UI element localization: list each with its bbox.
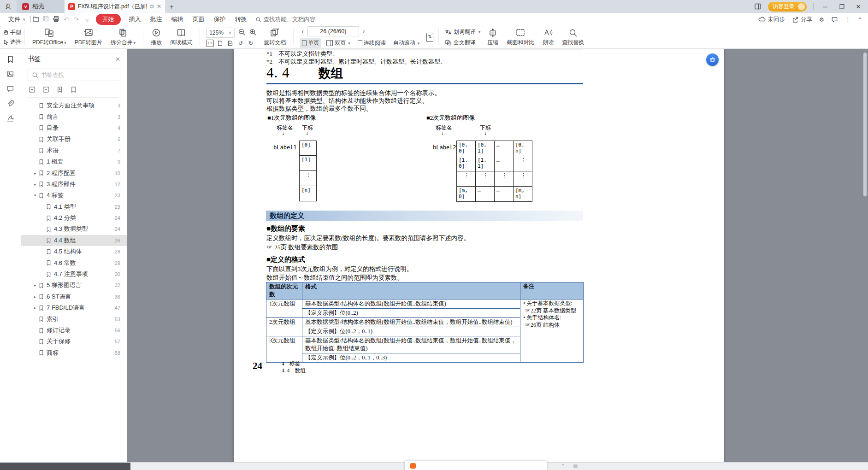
- undo-icon[interactable]: ↶: [61, 16, 71, 23]
- collapse-ribbon-icon[interactable]: ⌃: [858, 16, 862, 23]
- next-page-icon[interactable]: ›: [361, 28, 367, 35]
- read-mode-button[interactable]: 阅读模式: [166, 27, 196, 47]
- actual-size-icon[interactable]: 1:1: [206, 40, 214, 47]
- word-translate-button[interactable]: 划词翻译▾: [445, 28, 481, 36]
- fit-width-icon[interactable]: [226, 40, 234, 47]
- bookmark-search[interactable]: [28, 69, 120, 81]
- close-sidebar-icon[interactable]: ✕: [115, 56, 120, 63]
- tab-document[interactable]: P FX5U程序设计篇.pdf（已加密） ⧉ ✕: [65, 0, 165, 13]
- taskbar-app-button[interactable]: [405, 461, 547, 470]
- bookmark-item[interactable]: 4.6 常数29: [21, 257, 127, 268]
- new-tab-button[interactable]: ＋: [165, 0, 178, 13]
- expand-arrow[interactable]: ▸: [32, 294, 38, 299]
- bookmark-search-input[interactable]: [41, 72, 116, 78]
- menu-tab-protect[interactable]: 保护: [209, 15, 230, 24]
- bookmark-item[interactable]: ▸5 梯形图语言32: [21, 280, 127, 291]
- open-file-icon[interactable]: [31, 15, 41, 24]
- close-window-button[interactable]: ✕: [853, 3, 863, 10]
- save-icon[interactable]: [41, 15, 51, 24]
- share-button[interactable]: 分享: [792, 16, 812, 24]
- screenshot-compare-button[interactable]: 截图和对比: [502, 27, 538, 47]
- double-page-toggle[interactable]: 双页▾: [324, 38, 353, 48]
- menu-tab-page[interactable]: 页面: [188, 15, 209, 24]
- previous-page-icon[interactable]: ‹: [300, 28, 306, 35]
- tray-icon[interactable]: ▤: [573, 463, 578, 468]
- menu-tab-home[interactable]: 开始: [96, 14, 121, 25]
- bookmark-item-selected[interactable]: 4.4 数组26: [21, 235, 127, 246]
- reading-layout-icon[interactable]: [754, 3, 762, 10]
- rotate-left-icon[interactable]: ↺: [236, 40, 244, 47]
- restore-button[interactable]: ❐: [837, 3, 847, 10]
- select-tool[interactable]: 选择: [3, 38, 21, 46]
- full-translate-button[interactable]: 全文翻译: [445, 39, 481, 47]
- sync-status[interactable]: 未同步: [758, 16, 785, 24]
- auto-scroll-toggle[interactable]: 自动滚动▾: [391, 38, 422, 48]
- pdf-to-office-button[interactable]: PDF转Office▾: [28, 27, 71, 47]
- pdf-to-image-button[interactable]: PDF转图片: [71, 27, 106, 47]
- collapse-arrow[interactable]: ▾: [32, 193, 38, 198]
- attachments-panel-icon[interactable]: [6, 100, 14, 107]
- bookmark-item[interactable]: 4.5 结构体28: [21, 246, 127, 257]
- menu-tab-insert[interactable]: 插入: [124, 15, 146, 24]
- file-menu[interactable]: 文件∨: [4, 15, 30, 24]
- comments-panel-icon[interactable]: [6, 85, 14, 93]
- bookmark-item[interactable]: ▸2 程序配置10: [21, 167, 127, 178]
- continuous-read-toggle[interactable]: 连续阅读: [355, 38, 388, 48]
- present-icon[interactable]: ⧉: [150, 3, 154, 10]
- bookmark-item[interactable]: ▸6 ST语言36: [21, 291, 127, 302]
- bookmark-item[interactable]: 安全方面注意事项3: [21, 100, 127, 111]
- expand-arrow[interactable]: ▸: [32, 182, 38, 187]
- bookmark-item[interactable]: ▸3 程序部件12: [21, 179, 127, 190]
- bookmark-item[interactable]: ▸7 FBD/LD语言47: [21, 302, 127, 313]
- bookmark-item[interactable]: 索引53: [21, 313, 127, 324]
- bookmark-item[interactable]: 术语7: [21, 145, 127, 156]
- global-search-input[interactable]: [264, 16, 319, 23]
- find-replace-button[interactable]: 查找替换: [558, 27, 588, 47]
- bookmark-item[interactable]: 4.1 类型23: [21, 201, 127, 212]
- bookmark-item[interactable]: ▾4 标签23: [21, 190, 127, 201]
- cross-reference-link[interactable]: ☞ 25页 数组要素数的范围: [266, 243, 338, 252]
- caret-up-icon[interactable]: ⌃: [561, 463, 565, 468]
- bookmark-item[interactable]: 4.2 分类24: [21, 212, 127, 223]
- menu-tab-edit[interactable]: 编辑: [167, 15, 188, 24]
- bookmark-item[interactable]: 前言3: [21, 111, 127, 122]
- bookmark-item[interactable]: 关联手册6: [21, 134, 127, 145]
- close-tab-icon[interactable]: ✕: [157, 3, 161, 10]
- more-menu-icon[interactable]: ⋮: [845, 16, 851, 23]
- more-actions-icon[interactable]: ▽: [82, 16, 92, 23]
- compress-button[interactable]: 压缩: [483, 27, 502, 47]
- bookmark-item[interactable]: 修订记录56: [21, 325, 127, 336]
- read-aloud-button[interactable]: 朗读: [538, 27, 558, 47]
- document-canvas[interactable]: *1 不可以定义指针类型。 *2 不可以定义定时器型、累计定时器型、计数器型、长…: [127, 49, 868, 462]
- assistant-float-button[interactable]: [706, 53, 719, 66]
- single-page-toggle[interactable]: 单页: [300, 38, 321, 48]
- zoom-select[interactable]: 125%∨: [206, 28, 235, 38]
- hand-tool[interactable]: 手型: [3, 29, 21, 36]
- bookmark-item[interactable]: 4.3 数据类型24: [21, 223, 127, 235]
- bookmark-item[interactable]: 4.7 注意事项30: [21, 269, 127, 280]
- global-search[interactable]: [255, 16, 319, 23]
- minimize-button[interactable]: ─: [820, 3, 830, 10]
- settings-gear-icon[interactable]: ⚙: [819, 16, 824, 23]
- zoom-out-icon[interactable]: [238, 28, 246, 37]
- feedback-icon[interactable]: [831, 16, 838, 23]
- expand-arrow[interactable]: ▸: [32, 171, 38, 176]
- bookmark-icon[interactable]: [70, 86, 77, 93]
- play-button[interactable]: 播放: [147, 27, 166, 47]
- bookmark-item[interactable]: 关于保修57: [21, 336, 127, 347]
- add-bookmark-icon[interactable]: [56, 86, 63, 93]
- collapse-all-icon[interactable]: [42, 86, 49, 93]
- expand-all-icon[interactable]: [29, 86, 35, 93]
- guest-login-button[interactable]: 访客登录: [768, 2, 807, 12]
- bookmarks-panel-icon[interactable]: [6, 55, 14, 63]
- thumbnails-panel-icon[interactable]: [6, 70, 14, 78]
- rotate-document-button[interactable]: 旋转文档: [260, 27, 290, 47]
- split-merge-button[interactable]: 拆分合并▾: [106, 27, 140, 47]
- print-icon[interactable]: [51, 15, 61, 24]
- tab-home[interactable]: 页: [0, 0, 17, 13]
- rotate-right-icon[interactable]: ↻: [247, 40, 254, 47]
- expand-arrow[interactable]: ▸: [32, 283, 38, 288]
- menu-tab-convert[interactable]: 转换: [230, 15, 252, 24]
- fit-page-icon[interactable]: [216, 40, 224, 47]
- menu-tab-annotate[interactable]: 批注: [146, 15, 167, 24]
